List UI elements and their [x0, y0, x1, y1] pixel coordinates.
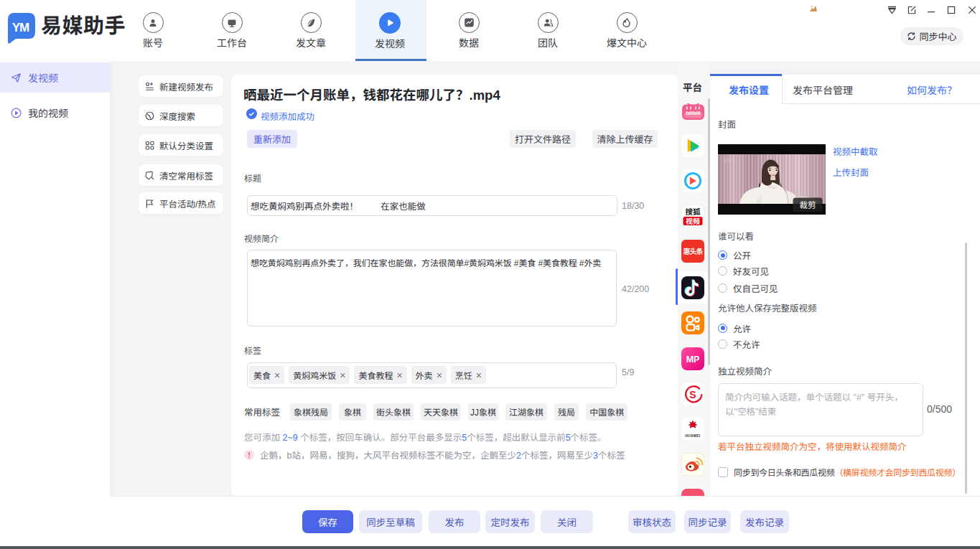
svg-text:bilibili: bilibili [686, 111, 700, 116]
svg-text:MP: MP [686, 355, 700, 365]
svg-text:裁剪: 裁剪 [800, 201, 816, 210]
svg-text:HUAWEI: HUAWEI [686, 433, 701, 437]
svg-text:搜狐: 搜狐 [686, 207, 701, 215]
svg-text:S: S [689, 388, 696, 400]
svg-text:YM: YM [12, 21, 29, 34]
svg-text:易媒: 易媒 [723, 158, 733, 163]
svg-text:视频: 视频 [686, 217, 700, 225]
svg-text:惠头条: 惠头条 [683, 248, 704, 255]
